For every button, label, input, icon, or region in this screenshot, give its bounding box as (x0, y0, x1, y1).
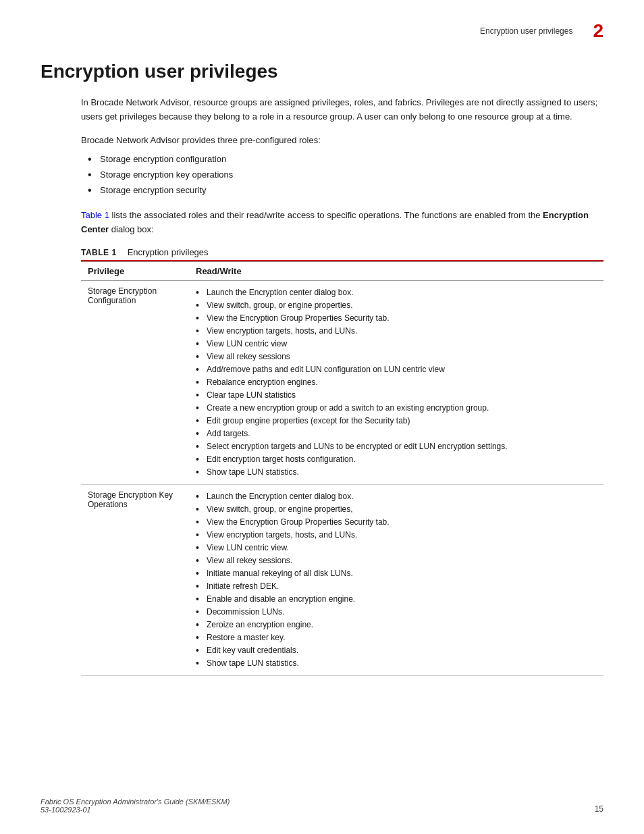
cell-bullet-list: Launch the Encryption center dialog box.… (196, 490, 597, 669)
page-footer: Fabric OS Encryption Administrator's Gui… (41, 798, 603, 814)
list-item: Restore a master key. (196, 631, 597, 644)
list-item: Initiate refresh DEK. (196, 580, 597, 592)
list-item: View switch, group, or engine properties… (196, 503, 597, 515)
list-item: View all rekey sessions. (196, 554, 597, 567)
intro-paragraph-1: In Brocade Network Advisor, resource gro… (81, 96, 603, 124)
list-item: View encryption targets, hosts, and LUNs… (196, 325, 597, 337)
list-item: Add/remove paths and edit LUN configurat… (196, 363, 597, 375)
table-cell-readwrite: Launch the Encryption center dialog box.… (189, 281, 603, 485)
table-header-tr: Privilege Read/Write (81, 262, 603, 281)
list-item: View the Encryption Group Properties Sec… (196, 312, 597, 324)
roles-list: Storage encryption configuration Storage… (88, 153, 603, 197)
list-item: Select encryption targets and LUNs to be… (196, 440, 597, 452)
page-container: Encryption user privileges 2 Encryption … (0, 0, 644, 834)
content-area: In Brocade Network Advisor, resource gro… (81, 96, 603, 676)
list-item: Storage encryption configuration (88, 153, 603, 167)
table-cell-privilege: Storage Encryption Key Operations (81, 485, 189, 676)
table-ref-link[interactable]: Table 1 (81, 210, 109, 220)
list-item: Rebalance encryption engines. (196, 376, 597, 388)
list-item: Create a new encryption group or add a s… (196, 402, 597, 414)
footer-page-number: 15 (595, 804, 603, 814)
list-item: Zeroize an encryption engine. (196, 619, 597, 631)
list-item: View LUN centric view (196, 338, 597, 350)
list-item: View the Encryption Group Properties Sec… (196, 516, 597, 528)
page-title: Encryption user privileges (41, 61, 603, 82)
table-ref-paragraph: Table 1 lists the associated roles and t… (81, 209, 603, 237)
header-section-title: Encryption user privileges (480, 26, 572, 36)
table-row: Storage Encryption ConfigurationLaunch t… (81, 281, 603, 485)
col-header-readwrite: Read/Write (189, 262, 603, 281)
list-item: Show tape LUN statistics. (196, 657, 597, 669)
list-item: Edit key vault credentials. (196, 644, 597, 656)
table-title: Encryption privileges (128, 247, 209, 257)
list-item: Show tape LUN statistics. (196, 466, 597, 478)
list-item: Launch the Encryption center dialog box. (196, 490, 597, 502)
table-row: Storage Encryption Key OperationsLaunch … (81, 485, 603, 676)
list-item: Enable and disable an encryption engine. (196, 593, 597, 605)
list-item: View all rekey sessions (196, 350, 597, 363)
cell-bullet-list: Launch the Encryption center dialog box.… (196, 286, 597, 478)
list-item: Add targets. (196, 427, 597, 440)
list-item: Storage encryption key operations (88, 168, 603, 182)
table-label: TABLE 1 (81, 248, 117, 257)
list-item: Launch the Encryption center dialog box. (196, 286, 597, 298)
encryption-privileges-table: Privilege Read/Write Storage Encryption … (81, 261, 603, 676)
list-item: Edit encryption target hosts configurati… (196, 453, 597, 465)
list-item: View switch, group, or engine properties… (196, 299, 597, 311)
intro-paragraph-2: Brocade Network Advisor provides three p… (81, 134, 603, 148)
list-item: Storage encryption security (88, 184, 603, 198)
chapter-number: 2 (593, 20, 603, 42)
list-item: View LUN centric view. (196, 542, 597, 554)
list-item: Edit group engine properties (except for… (196, 415, 597, 427)
table-header-row: TABLE 1 Encryption privileges (81, 247, 603, 257)
table-cell-readwrite: Launch the Encryption center dialog box.… (189, 485, 603, 676)
list-item: View encryption targets, hosts, and LUNs… (196, 529, 597, 541)
table-cell-privilege: Storage Encryption Configuration (81, 281, 189, 485)
page-header: Encryption user privileges 2 (480, 20, 603, 42)
list-item: Decommission LUNs. (196, 606, 597, 618)
list-item: Initiate manual rekeying of all disk LUN… (196, 567, 597, 579)
list-item: Clear tape LUN statistics (196, 389, 597, 401)
col-header-privilege: Privilege (81, 262, 189, 281)
footer-left: Fabric OS Encryption Administrator's Gui… (41, 798, 230, 814)
